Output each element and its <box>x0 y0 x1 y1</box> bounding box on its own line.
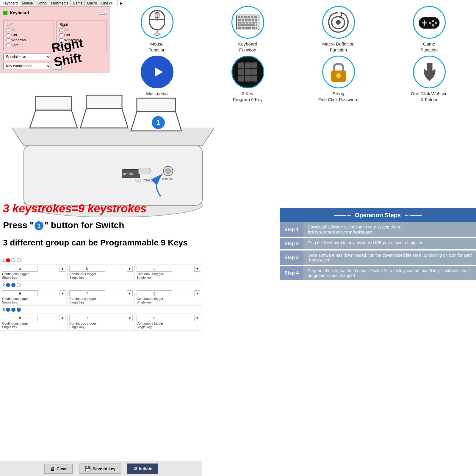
key-combo-row: Key combination .. <box>3 62 107 70</box>
svg-rect-44 <box>251 62 257 68</box>
svg-rect-50 <box>251 76 257 82</box>
key-name-row-a: ▼ <box>2 266 65 272</box>
left-windows-checkbox[interactable]: Windows <box>7 38 51 42</box>
key-groups: 1 ▼ Continuous trigger Single key ▼ Cont… <box>0 256 202 331</box>
key-dropdown-g2[interactable]: ▼ <box>194 315 200 321</box>
panel-title: Keyboard <box>10 10 29 15</box>
group-row-1: 1 <box>0 256 202 264</box>
bottom-bar: 🖨 Clear 💾 Save to key ↺ Initiate <box>0 461 202 476</box>
key-input-i[interactable] <box>69 315 105 321</box>
initiate-icon: ↺ <box>133 466 137 472</box>
press-connect-text: Press "1" button for Switch <box>3 220 124 230</box>
svg-rect-11 <box>251 16 253 18</box>
right-label: Right <box>60 23 104 27</box>
save-button[interactable]: 💾 Save to key <box>79 464 121 474</box>
key-input-g[interactable] <box>137 290 172 296</box>
key-dropdown-h[interactable]: ▼ <box>60 315 65 321</box>
tab-mouse[interactable]: Mouse <box>20 0 35 6</box>
func-label-keyboard: KeyboardFunction <box>238 41 257 53</box>
left-shift-checkbox[interactable]: Shift <box>7 43 51 47</box>
svg-rect-31 <box>252 27 255 29</box>
key-cell-e: ▼ Continuous trigger Single key <box>0 289 68 306</box>
svg-point-70 <box>166 169 170 173</box>
key-name-row-c: ▼ <box>137 266 200 272</box>
svg-rect-7 <box>238 16 240 18</box>
left-ctrl-checkbox[interactable]: Ctrl <box>7 33 51 37</box>
svg-rect-17 <box>252 19 254 21</box>
svg-rect-26 <box>238 24 240 26</box>
svg-rect-46 <box>245 69 251 75</box>
dot-blue-2a <box>6 283 10 287</box>
save-icon: 💾 <box>85 466 91 472</box>
func-circle-mouse <box>141 6 173 39</box>
key-cell-c: ▼ Continuous trigger Single key <box>135 264 202 281</box>
right-windows-checkbox[interactable]: Windows <box>60 38 104 42</box>
left-label: Left <box>7 23 51 27</box>
func-circle-3key <box>231 56 264 88</box>
key-dropdown-i[interactable]: ▼ <box>127 315 133 321</box>
right-ctrl-checkbox[interactable]: Ctrl <box>60 33 104 37</box>
tab-keyboard[interactable]: Keyboard <box>0 0 20 6</box>
func-label-macro: Macro DefinitionFunction <box>322 41 354 53</box>
svg-text:USB TYPE C: USB TYPE C <box>135 179 153 182</box>
svg-rect-53 <box>338 76 339 79</box>
right-alt-checkbox[interactable]: Alt <box>60 28 104 32</box>
svg-text:connect: connect <box>162 177 173 181</box>
key-name-row-e: ▼ <box>2 290 65 296</box>
key-name-row-g: ▼ <box>137 290 200 296</box>
key-dropdown-a[interactable]: ▼ <box>60 266 65 272</box>
key-dropdown-c[interactable]: ▼ <box>194 266 200 272</box>
key-combination-dropdown[interactable]: Key combination <box>3 63 51 69</box>
svg-point-37 <box>432 20 434 22</box>
special-keys-dropdown[interactable]: Special keys <box>3 54 51 60</box>
step-row-3: Step 3 Once software has downloaded, run… <box>280 250 476 265</box>
func-circle-keyboard <box>231 6 264 39</box>
tab-multimedia[interactable]: Multimedia <box>49 0 71 6</box>
key-input-h[interactable] <box>2 315 38 321</box>
key-dropdown-e[interactable]: ▼ <box>60 290 65 296</box>
func-keyboard: KeyboardFunction <box>204 6 292 53</box>
step-num-4: Step 4 <box>280 266 303 280</box>
func-circle-multimedia <box>141 56 173 88</box>
tab-string[interactable]: String <box>35 0 49 6</box>
right-shift-checkbox[interactable]: Shift <box>60 43 104 47</box>
key-cell-i: ▼ Continuous trigger Single key <box>68 314 135 330</box>
keys-grid-1: ▼ Continuous trigger Single key ▼ Contin… <box>0 264 202 281</box>
svg-marker-61 <box>80 109 128 128</box>
right-group: Right Alt Ctrl Windows Shift <box>56 21 107 50</box>
key-input-a[interactable] <box>2 266 38 272</box>
tab-macro[interactable]: Macro <box>85 0 99 6</box>
svg-point-33 <box>336 20 341 25</box>
svg-marker-56 <box>12 128 214 146</box>
clear-button[interactable]: 🖨 Clear <box>44 464 73 474</box>
keyboard-icon: ⌨️ <box>99 9 107 17</box>
key-input-b[interactable] <box>69 266 105 272</box>
key-input-f[interactable] <box>69 290 105 296</box>
key-input-e[interactable] <box>2 290 38 296</box>
svg-rect-43 <box>245 62 251 68</box>
key-dropdown-b[interactable]: ▼ <box>127 266 133 272</box>
dot-empty-1a <box>11 258 15 262</box>
svg-rect-47 <box>251 69 257 75</box>
svg-rect-22 <box>249 22 251 24</box>
key-cell-f: ▼ Continuous trigger Single key <box>68 289 135 306</box>
func-oneclick: One Click Website& Folder <box>385 56 473 102</box>
func-circle-oneclick <box>413 56 446 88</box>
dots-button[interactable]: .. <box>53 62 62 70</box>
key-dropdown-f[interactable]: ▼ <box>127 290 133 296</box>
step1-link[interactable]: https://pcsensor.com/software <box>308 229 372 234</box>
clear-icon: 🖨 <box>50 466 55 472</box>
svg-rect-12 <box>254 16 257 18</box>
svg-rect-28 <box>238 27 241 29</box>
special-keys-row: Special keys <box>3 54 107 60</box>
key-input-c[interactable] <box>137 266 172 272</box>
key-cell-a: ▼ Continuous trigger Single key <box>0 264 68 281</box>
left-alt-checkbox[interactable]: Alt <box>7 28 51 32</box>
initiate-button[interactable]: ↺ Initiate <box>127 464 158 474</box>
svg-rect-15 <box>245 19 248 21</box>
key-cell-g: ▼ Continuous trigger Single key <box>135 289 202 306</box>
key-dropdown-g[interactable]: ▼ <box>194 290 200 296</box>
func-label-string: StringOne Click Password <box>318 91 358 102</box>
tab-game[interactable]: Game <box>71 0 85 6</box>
key-input-g2[interactable] <box>137 315 172 321</box>
